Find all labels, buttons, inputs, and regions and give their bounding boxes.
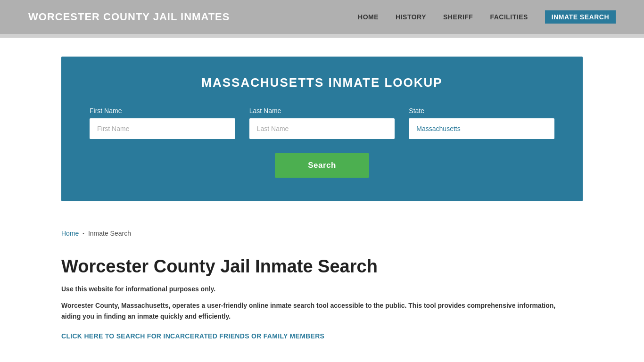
site-logo: WORCESTER COUNTY JAIL INMATES [28, 11, 230, 23]
info-line-2: Worcester County, Massachusetts, operate… [61, 300, 556, 323]
first-name-input[interactable] [90, 118, 235, 139]
first-name-label: First Name [90, 107, 235, 115]
breadcrumb-separator: • [83, 231, 84, 236]
state-label: State [409, 107, 554, 115]
site-header: WORCESTER COUNTY JAIL INMATES HOME HISTO… [0, 0, 644, 34]
page-title: Worcester County Jail Inmate Search [61, 256, 583, 278]
nav-sheriff[interactable]: SHERIFF [443, 13, 473, 21]
nav-inmate-search[interactable]: INMATE SEARCH [545, 10, 616, 24]
first-name-group: First Name [90, 107, 235, 139]
breadcrumb: Home • Inmate Search [0, 220, 644, 247]
breadcrumb-home-link[interactable]: Home [61, 230, 79, 237]
main-content: Worcester County Jail Inmate Search Use … [0, 247, 644, 359]
cta-search-link[interactable]: CLICK HERE to Search for Incarcerated Fr… [61, 332, 324, 340]
search-button-row: Search [90, 153, 554, 178]
state-group: State [409, 107, 554, 139]
info-line-1: Use this website for informational purpo… [61, 285, 583, 293]
inmate-lookup-section: MASSACHUSETTS INMATE LOOKUP First Name L… [61, 57, 583, 201]
nav-facilities[interactable]: FACILITIES [490, 13, 528, 21]
search-button[interactable]: Search [275, 153, 369, 178]
last-name-input[interactable] [249, 118, 395, 139]
main-nav: HOME HISTORY SHERIFF FACILITIES INMATE S… [358, 10, 616, 24]
nav-home[interactable]: HOME [358, 13, 379, 21]
breadcrumb-current: Inmate Search [88, 230, 131, 237]
nav-history[interactable]: HISTORY [396, 13, 426, 21]
lookup-title: MASSACHUSETTS INMATE LOOKUP [90, 75, 554, 90]
search-fields-row: First Name Last Name State [90, 107, 554, 139]
last-name-label: Last Name [249, 107, 395, 115]
header-bottom-bar [0, 34, 644, 38]
state-input[interactable] [409, 118, 554, 139]
last-name-group: Last Name [249, 107, 395, 139]
